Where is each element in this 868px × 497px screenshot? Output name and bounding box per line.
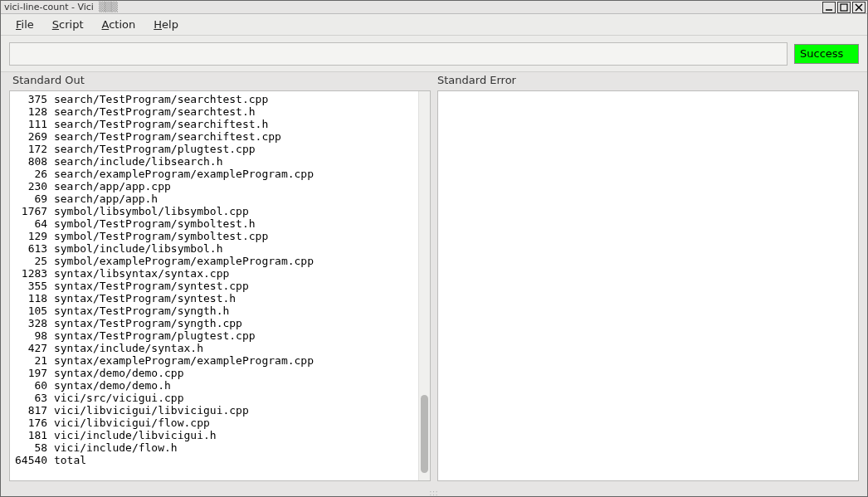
svg-rect-1: [841, 4, 847, 11]
titlebar[interactable]: vici-line-count - Vici ▒▒▒: [1, 1, 867, 14]
stderr-pane-wrap: [437, 90, 859, 481]
menu-help[interactable]: Help: [145, 15, 187, 34]
minimize-button[interactable]: [822, 2, 836, 13]
stderr-pane[interactable]: [438, 91, 858, 480]
maximize-icon: [840, 3, 848, 12]
menubar: File Script Action Help: [1, 14, 867, 36]
stdout-pane[interactable]: 375 search/TestProgram/searchtest.cpp 12…: [10, 91, 418, 480]
stdout-label: Standard Out: [9, 74, 434, 90]
menu-script[interactable]: Script: [44, 15, 92, 34]
window-buttons: [822, 2, 866, 13]
close-icon: [855, 3, 863, 12]
close-button[interactable]: [852, 2, 866, 13]
maximize-button[interactable]: [837, 2, 851, 13]
stderr-label: Standard Error: [434, 74, 859, 90]
window-title: vici-line-count - Vici: [2, 2, 94, 12]
stdout-pane-wrap: 375 search/TestProgram/searchtest.cpp 12…: [9, 90, 431, 481]
command-input[interactable]: [9, 42, 788, 66]
minimize-icon: [825, 3, 833, 12]
status-badge: Success: [794, 44, 859, 64]
toolbar: Success: [1, 36, 867, 72]
content-area: 375 search/TestProgram/searchtest.cpp 12…: [1, 90, 867, 490]
titlebar-decor: ▒▒▒: [99, 2, 117, 12]
stdout-scroll-thumb[interactable]: [421, 395, 428, 473]
pane-labels: Standard Out Standard Error: [1, 72, 867, 90]
app-window: vici-line-count - Vici ▒▒▒ File Script A…: [0, 0, 868, 497]
stdout-scrollbar[interactable]: [418, 91, 430, 480]
menu-action[interactable]: Action: [94, 15, 144, 34]
resize-grip[interactable]: :::: [1, 490, 867, 496]
menu-file[interactable]: File: [7, 15, 42, 34]
